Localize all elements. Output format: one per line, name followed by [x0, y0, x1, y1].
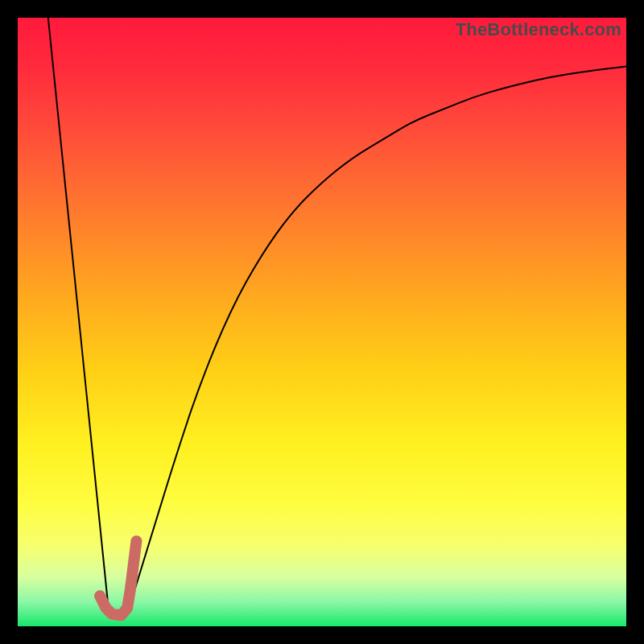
series-left-descending-line — [48, 18, 109, 614]
chart-svg — [18, 18, 626, 626]
plot-area: TheBottleneck.com — [18, 18, 626, 626]
series-right-rising-curve — [127, 66, 626, 613]
chart-frame: TheBottleneck.com — [0, 0, 644, 644]
series-layer — [48, 18, 626, 615]
